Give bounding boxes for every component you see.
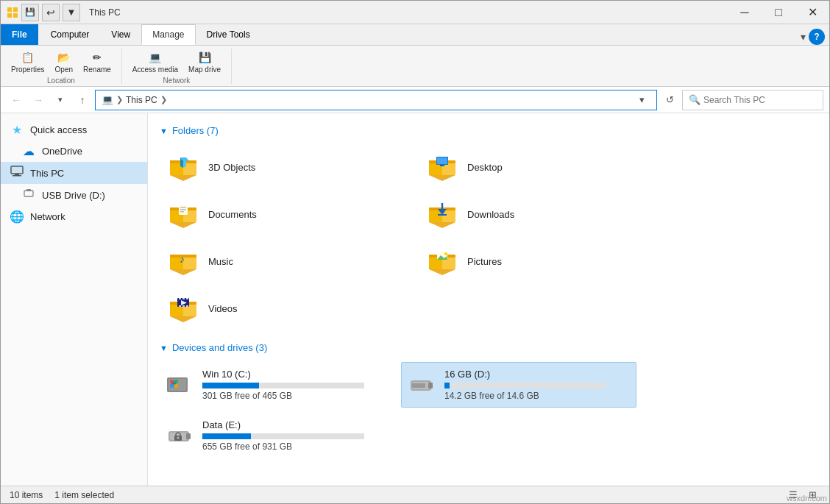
folder-name-videos: Videos xyxy=(208,303,238,314)
svg-rect-60 xyxy=(182,305,185,307)
drive-free-e: 655 GB free of 931 GB xyxy=(202,441,389,452)
quick-access-toolbar-save[interactable]: 💾 xyxy=(21,4,39,21)
tab-manage[interactable]: Manage xyxy=(141,24,195,45)
folder-item-pictures[interactable]: Pictures xyxy=(419,239,654,283)
folder-item-documents[interactable]: Documents xyxy=(160,192,395,236)
minimize-button[interactable]: ─ xyxy=(728,1,762,24)
sidebar-item-quick-access[interactable]: ★ Quick access xyxy=(1,119,147,141)
folder-item-3d-objects[interactable]: 3D Objects xyxy=(160,145,395,189)
folder-name-downloads: Downloads xyxy=(467,209,514,220)
svg-rect-29 xyxy=(180,207,186,208)
network-icon: 🌐 xyxy=(10,210,24,224)
drives-section-label: Devices and drives (3) xyxy=(172,342,267,353)
svg-rect-3 xyxy=(13,13,18,18)
drive-name-c: Win 10 (C:) xyxy=(202,369,389,380)
quick-access-icon: ★ xyxy=(10,123,24,137)
address-dropdown-btn[interactable]: ▾ xyxy=(633,90,650,110)
window: 💾 ↩ ▼ This PC ─ □ ✕ File Computer View M… xyxy=(0,0,830,504)
search-box[interactable]: 🔍 xyxy=(682,90,823,110)
address-path[interactable]: 💻 ❯ This PC ❯ xyxy=(102,94,633,105)
folders-section-header[interactable]: ▼ Folders (7) xyxy=(160,125,817,136)
title-bar: 💾 ↩ ▼ This PC ─ □ ✕ xyxy=(1,1,829,24)
back-button[interactable]: ← xyxy=(7,90,26,110)
ribbon-btn-open[interactable]: 📂 Open xyxy=(51,48,77,75)
sidebar-item-this-pc[interactable]: This PC xyxy=(1,162,147,184)
sidebar-item-label: USB Drive (D:) xyxy=(42,190,105,201)
folder-item-downloads[interactable]: Downloads xyxy=(419,192,654,236)
tab-drive-tools[interactable]: Drive Tools xyxy=(196,24,261,45)
drive-icon-c xyxy=(166,370,195,400)
sidebar-item-label: Quick access xyxy=(30,124,87,135)
folder-name-pictures: Pictures xyxy=(467,256,502,267)
search-input[interactable] xyxy=(703,95,817,105)
svg-rect-8 xyxy=(26,189,31,191)
folder-item-desktop[interactable]: Desktop xyxy=(419,145,654,189)
svg-rect-6 xyxy=(13,175,21,177)
folder-item-music[interactable]: ♪ Music xyxy=(160,239,395,283)
tab-computer[interactable]: Computer xyxy=(40,24,101,45)
drives-section-header[interactable]: ▼ Devices and drives (3) xyxy=(160,342,817,353)
this-pc-icon xyxy=(10,166,24,180)
tab-file[interactable]: File xyxy=(1,24,38,45)
drive-bar-fill-e xyxy=(202,433,251,439)
up-button[interactable]: ↑ xyxy=(73,90,92,110)
folder-name-desktop: Desktop xyxy=(467,162,503,173)
folder-icon-3d-objects xyxy=(166,149,201,185)
forward-button[interactable]: → xyxy=(29,90,48,110)
search-icon: 🔍 xyxy=(689,94,700,105)
quick-access-toolbar-undo[interactable]: ↩ xyxy=(42,4,60,21)
app-icon xyxy=(7,7,18,18)
content-area: ▼ Folders (7) xyxy=(148,113,829,486)
status-item-count: 10 items xyxy=(10,490,43,500)
drive-item-e[interactable]: Data (E:) 655 GB free of 931 GB xyxy=(160,414,395,458)
sidebar-item-label: This PC xyxy=(30,168,64,179)
ribbon: File Computer View Manage Drive Tools ▾ … xyxy=(1,24,829,87)
drive-free-d: 14.2 GB free of 14.6 GB xyxy=(444,391,630,401)
svg-rect-2 xyxy=(7,13,12,18)
ribbon-group-location: 📋 Properties 📂 Open ✏ Rename Location xyxy=(7,49,122,84)
tab-view[interactable]: View xyxy=(100,24,141,45)
folders-section-label: Folders (7) xyxy=(172,125,219,136)
svg-rect-7 xyxy=(24,191,33,196)
folders-chevron-icon: ▼ xyxy=(160,127,168,135)
quick-access-toolbar-new[interactable]: ▼ xyxy=(63,4,80,21)
svg-rect-68 xyxy=(174,384,178,388)
folder-icon-documents xyxy=(166,196,201,232)
ribbon-btn-access[interactable]: 💻 Access media xyxy=(128,48,182,75)
sidebar-item-usb[interactable]: USB Drive (D:) xyxy=(1,184,147,206)
svg-rect-22 xyxy=(437,157,447,164)
rename-icon: ✏ xyxy=(89,49,105,65)
map-icon: 💾 xyxy=(196,49,213,65)
svg-rect-76 xyxy=(186,433,191,439)
folder-item-videos[interactable]: Videos xyxy=(160,286,395,330)
refresh-button[interactable]: ↺ xyxy=(660,90,679,110)
ribbon-expand-btn[interactable]: ▾ xyxy=(801,31,806,43)
folder-name-music: Music xyxy=(208,256,233,267)
svg-rect-38 xyxy=(438,214,447,216)
main-layout: ★ Quick access ☁ OneDrive This PC xyxy=(1,113,829,486)
folders-grid: 3D Objects xyxy=(160,145,817,330)
sidebar-item-label: OneDrive xyxy=(42,146,82,157)
drive-bar-bg-e xyxy=(202,433,364,439)
drive-item-d[interactable]: 16 GB (D:) 14.2 GB free of 14.6 GB xyxy=(401,362,636,408)
ribbon-btn-rename[interactable]: ✏ Rename xyxy=(79,48,116,75)
folder-icon-music: ♪ xyxy=(166,244,201,279)
close-button[interactable]: ✕ xyxy=(795,1,829,24)
network-icon: 💻 xyxy=(147,49,163,65)
folder-name-3d-objects: 3D Objects xyxy=(208,162,255,173)
open-icon: 📂 xyxy=(56,49,72,65)
drive-bar-bg-c xyxy=(202,383,364,388)
sidebar-item-onedrive[interactable]: ☁ OneDrive xyxy=(1,141,147,162)
ribbon-btn-properties[interactable]: 📋 Properties xyxy=(7,48,49,75)
svg-rect-67 xyxy=(174,380,178,383)
ribbon-help-btn[interactable]: ? xyxy=(809,29,825,45)
sidebar-item-label: Network xyxy=(30,211,65,222)
svg-rect-30 xyxy=(180,209,186,210)
folder-icon-downloads xyxy=(425,196,460,232)
sidebar-item-network[interactable]: 🌐 Network xyxy=(1,206,147,227)
recent-locations-button[interactable]: ▾ xyxy=(51,90,70,110)
ribbon-btn-map[interactable]: 💾 Map drive xyxy=(184,48,225,75)
svg-rect-73 xyxy=(412,383,425,388)
drive-item-c[interactable]: Win 10 (C:) 301 GB free of 465 GB xyxy=(160,362,395,408)
maximize-button[interactable]: □ xyxy=(762,1,795,24)
